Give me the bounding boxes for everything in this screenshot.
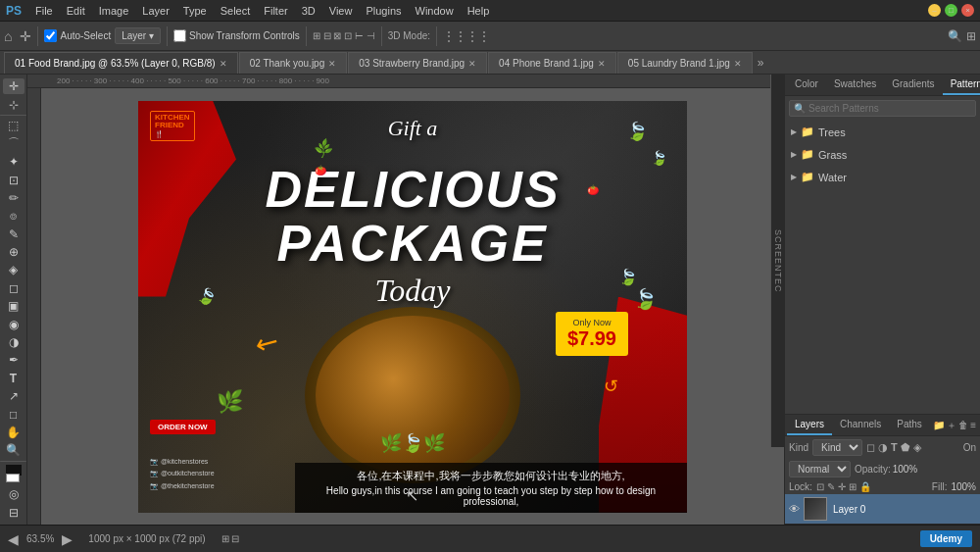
rp-tab-patterns[interactable]: Patterns xyxy=(943,75,980,95)
minimize-button[interactable]: – xyxy=(928,4,941,17)
options-icon[interactable]: ⊞ xyxy=(966,29,976,43)
tab-laundry[interactable]: 05 Laundry Brand 1.jpg ✕ xyxy=(617,52,753,74)
tab-food-brand-close[interactable]: ✕ xyxy=(220,59,227,69)
layer-item-0[interactable]: 👁 Layer 0 xyxy=(785,494,980,525)
lp-kind-select[interactable]: Kind xyxy=(812,439,862,456)
brush-tool[interactable]: ✎ xyxy=(3,226,24,241)
menu-3d[interactable]: 3D xyxy=(296,3,321,19)
screen-mode[interactable]: ⊟ xyxy=(3,505,24,521)
menu-plugins[interactable]: Plugins xyxy=(360,3,407,19)
pen-tool[interactable]: ✒ xyxy=(3,352,24,368)
lp-blend-mode-select[interactable]: Normal xyxy=(789,461,851,477)
pattern-search-input[interactable] xyxy=(808,103,971,114)
layer-dropdown[interactable]: Layer ▾ xyxy=(115,27,161,44)
lock-image-icon[interactable]: ✎ xyxy=(827,481,835,492)
healing-tool[interactable]: ⌾ xyxy=(3,208,24,224)
menu-image[interactable]: Image xyxy=(93,3,135,19)
lock-transparent-icon[interactable]: ⊡ xyxy=(816,481,824,492)
pattern-group-grass-header[interactable]: ▶ 📁 Grass xyxy=(785,145,980,164)
home-icon[interactable]: ⌂ xyxy=(4,28,12,44)
layer-name: Layer 0 xyxy=(833,504,865,515)
type-tool[interactable]: T xyxy=(3,371,24,386)
clone-tool[interactable]: ⊕ xyxy=(3,244,24,260)
pattern-group-trees-header[interactable]: ▶ 📁 Trees xyxy=(785,123,980,141)
tab-strawberry-close[interactable]: ✕ xyxy=(468,59,476,69)
menu-filter[interactable]: Filter xyxy=(258,3,293,19)
tab-phone[interactable]: 04 Phone Brand 1.jpg ✕ xyxy=(488,52,616,74)
menu-layer[interactable]: Layer xyxy=(136,3,175,19)
gradient-tool[interactable]: ▣ xyxy=(3,298,24,314)
menu-type[interactable]: Type xyxy=(177,3,213,19)
layer-visibility-icon[interactable]: 👁 xyxy=(789,503,800,515)
zoom-tool[interactable]: 🔍 xyxy=(3,442,24,458)
lp-plus-icon[interactable]: ＋ xyxy=(947,419,956,432)
rectangle-select-tool[interactable]: ⬚ xyxy=(3,118,24,133)
rp-tab-color[interactable]: Color xyxy=(787,75,826,95)
tab-thank-you-label: 02 Thank you.jpg xyxy=(250,58,325,69)
quick-mask-tool[interactable]: ◎ xyxy=(3,486,24,502)
order-now-button: ORDER NOW xyxy=(150,420,216,434)
lp-type-icon[interactable]: T xyxy=(891,441,898,454)
menu-help[interactable]: Help xyxy=(462,3,496,19)
move-tool[interactable]: ✛ xyxy=(3,78,24,94)
tab-food-brand[interactable]: 01 Food Brand.jpg @ 63.5% (Layer 0, RGB/… xyxy=(4,52,238,74)
history-tool[interactable]: ◈ xyxy=(3,262,24,277)
lp-folder-icon[interactable]: 📁 xyxy=(933,420,945,430)
eraser-tool[interactable]: ◻ xyxy=(3,280,24,296)
close-button[interactable]: × xyxy=(961,4,974,17)
food-garnish: 🌿🍃🌿 xyxy=(380,432,445,454)
tomato-deco-2: 🍅 xyxy=(587,184,599,195)
statusbar-zoom[interactable]: 63.5% xyxy=(26,533,54,544)
tab-phone-close[interactable]: ✕ xyxy=(598,59,606,69)
lp-pixel-icon[interactable]: ◻ xyxy=(866,441,875,454)
search-icon[interactable]: 🔍 xyxy=(948,29,962,43)
tab-strawberry[interactable]: 03 Strawberry Brand.jpg ✕ xyxy=(348,52,487,74)
lp-tab-channels[interactable]: Channels xyxy=(832,415,889,435)
background-color[interactable] xyxy=(6,474,20,482)
dodge-tool[interactable]: ◑ xyxy=(3,334,24,350)
statusbar-nav-right[interactable]: ▶ xyxy=(62,531,73,547)
crop-tool[interactable]: ⊡ xyxy=(3,172,24,187)
lasso-tool[interactable]: ⌒ xyxy=(3,135,24,152)
hand-tool[interactable]: ✋ xyxy=(3,425,24,440)
path-tool[interactable]: ↗ xyxy=(3,388,24,404)
menu-edit[interactable]: Edit xyxy=(61,3,91,19)
udemy-button[interactable]: Udemy xyxy=(920,530,972,547)
rp-tab-gradients[interactable]: Gradients xyxy=(884,75,942,95)
lp-fill-value[interactable]: 100% xyxy=(951,481,976,492)
lock-artboard-icon[interactable]: ⊞ xyxy=(849,481,857,492)
menu-window[interactable]: Window xyxy=(410,3,460,19)
auto-select-check[interactable]: Auto-Select xyxy=(44,29,111,42)
lp-tab-layers[interactable]: Layers xyxy=(787,415,832,435)
tab-laundry-close[interactable]: ✕ xyxy=(734,59,742,69)
tabs-overflow[interactable]: » xyxy=(758,56,764,70)
lock-all-icon[interactable]: 🔒 xyxy=(859,481,871,492)
menu-select[interactable]: Select xyxy=(215,3,257,19)
tab-thank-you[interactable]: 02 Thank you.jpg ✕ xyxy=(239,52,348,74)
lp-shape-icon[interactable]: ⬟ xyxy=(901,441,910,454)
lp-opacity-value[interactable]: 100% xyxy=(893,464,918,475)
shape-tool[interactable]: □ xyxy=(3,406,24,422)
tab-food-brand-label: 01 Food Brand.jpg @ 63.5% (Layer 0, RGB/… xyxy=(15,58,216,69)
lp-trash-icon[interactable]: 🗑 xyxy=(958,420,968,430)
lock-position-icon[interactable]: ✛ xyxy=(838,481,846,492)
blur-tool[interactable]: ◉ xyxy=(3,316,24,331)
artboard-tool[interactable]: ⊹ xyxy=(3,96,24,112)
lp-filter-on[interactable]: On xyxy=(963,442,976,453)
transform-check[interactable]: Show Transform Controls xyxy=(173,29,300,42)
eyedropper-tool[interactable]: ✏ xyxy=(3,190,24,206)
statusbar-nav-left[interactable]: ◀ xyxy=(8,531,19,547)
move-icon[interactable]: ✛ xyxy=(20,28,31,44)
lp-menu-icon[interactable]: ≡ xyxy=(970,420,976,430)
tab-thank-you-close[interactable]: ✕ xyxy=(328,59,336,69)
menu-items: File Edit Image Layer Type Select Filter… xyxy=(29,3,495,19)
menu-view[interactable]: View xyxy=(323,3,359,19)
rp-tab-swatches[interactable]: Swatches xyxy=(826,75,884,95)
quick-select-tool[interactable]: ✦ xyxy=(3,154,24,170)
lp-adjust-icon[interactable]: ◑ xyxy=(878,441,888,454)
menu-file[interactable]: File xyxy=(29,3,59,19)
maximize-button[interactable]: □ xyxy=(945,4,957,17)
lp-smart-icon[interactable]: ◈ xyxy=(913,441,921,454)
pattern-group-water-header[interactable]: ▶ 📁 Water xyxy=(785,168,980,186)
lp-tab-paths[interactable]: Paths xyxy=(889,415,930,435)
